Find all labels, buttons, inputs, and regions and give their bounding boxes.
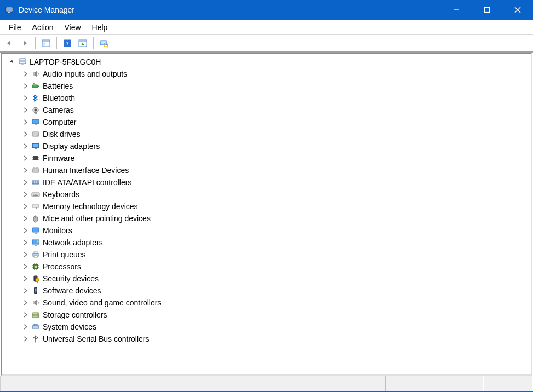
svg-rect-4 (485, 8, 490, 13)
tree-category-node[interactable]: Processors (19, 261, 531, 273)
bluetooth-icon (31, 93, 41, 103)
expander-icon[interactable] (8, 57, 16, 66)
tree-category-node[interactable]: System devices (19, 321, 531, 333)
expander-icon[interactable] (21, 286, 30, 295)
minimize-button[interactable] (441, 0, 472, 20)
expander-icon[interactable] (21, 166, 30, 175)
battery-icon (31, 81, 41, 91)
expander-icon[interactable] (21, 106, 30, 114)
category-label: Batteries (43, 82, 73, 90)
category-label: Monitors (43, 226, 72, 235)
expander-icon[interactable] (21, 118, 30, 126)
svg-line-16 (107, 47, 108, 48)
scan-hardware-button[interactable] (97, 36, 111, 50)
tree-category-node[interactable]: Memory technology devices (19, 200, 531, 212)
tree-category-node[interactable]: Print queues (19, 249, 531, 261)
keyboard-icon (31, 189, 41, 199)
expander-icon[interactable] (21, 178, 30, 187)
statusbar (0, 376, 533, 391)
camera-icon (31, 105, 41, 115)
svg-rect-9 (43, 43, 45, 46)
titlebar: Device Manager (0, 0, 533, 20)
expander-icon[interactable] (21, 214, 30, 223)
expander-icon[interactable] (21, 190, 30, 199)
tree-category-node[interactable]: Firmware (19, 152, 531, 164)
disk-icon (31, 129, 41, 139)
properties-button[interactable] (76, 36, 90, 50)
tree-category-node[interactable]: Human Interface Devices (19, 164, 531, 176)
category-label: IDE ATA/ATAPI controllers (43, 178, 131, 187)
tree-category-node[interactable]: Software devices (19, 285, 531, 297)
category-label: Display adapters (43, 142, 100, 151)
expander-icon[interactable] (21, 82, 30, 90)
tree-root-node[interactable]: LAPTOP-5F8LGC0H (5, 56, 531, 68)
tree-category-node[interactable]: Display adapters (19, 140, 531, 152)
forward-button[interactable] (18, 36, 32, 50)
expander-icon[interactable] (21, 335, 30, 343)
menu-help[interactable]: Help (87, 21, 113, 33)
menu-file[interactable]: File (3, 21, 27, 33)
expander-icon[interactable] (21, 238, 30, 247)
maximize-button[interactable] (472, 0, 502, 20)
expander-icon[interactable] (21, 142, 30, 151)
app-icon (4, 5, 14, 15)
tree-category-node[interactable]: Universal Serial Bus controllers (19, 333, 531, 345)
menubar: File Action View Help (0, 20, 533, 35)
usb-icon (31, 334, 41, 344)
tree-category-node[interactable]: IDE ATA/ATAPI controllers (19, 176, 531, 188)
tree-category-node[interactable]: Network adapters (19, 237, 531, 249)
tree-category-node[interactable]: Disk drives (19, 128, 531, 140)
category-label: Storage controllers (43, 310, 107, 319)
svg-rect-18 (20, 60, 25, 62)
expander-icon[interactable] (21, 310, 30, 319)
tree-category-node[interactable]: Batteries (19, 80, 531, 92)
expander-icon[interactable] (21, 70, 30, 78)
security-icon (31, 274, 41, 284)
expander-icon[interactable] (21, 262, 30, 271)
menu-action[interactable]: Action (27, 21, 59, 33)
category-label: Keyboards (43, 190, 79, 199)
system-icon (31, 322, 41, 332)
tree-category-node[interactable]: Computer (19, 116, 531, 128)
category-label: Sound, video and game controllers (43, 298, 161, 307)
expander-icon[interactable] (21, 226, 30, 235)
category-label: Processors (43, 262, 81, 271)
tree-category-node[interactable]: Bluetooth (19, 92, 531, 104)
tree-category-node[interactable]: Security devices (19, 273, 531, 285)
speaker-icon (31, 298, 41, 308)
network-icon (31, 238, 41, 247)
expander-icon[interactable] (21, 298, 30, 307)
speaker-icon (31, 69, 41, 79)
category-label: Print queues (43, 250, 86, 259)
menu-view[interactable]: View (59, 21, 86, 33)
tree-category-node[interactable]: Monitors (19, 224, 531, 237)
show-hide-console-tree-button[interactable] (39, 36, 53, 50)
tree-category-node[interactable]: Mice and other pointing devices (19, 212, 531, 224)
svg-rect-2 (8, 12, 10, 13)
expander-icon[interactable] (21, 94, 30, 102)
tree-category-node[interactable]: Cameras (19, 104, 531, 116)
category-label: Firmware (43, 154, 74, 163)
expander-icon[interactable] (21, 322, 30, 331)
expander-icon[interactable] (21, 130, 30, 139)
category-label: Human Interface Devices (43, 166, 129, 175)
svg-rect-19 (21, 64, 24, 65)
software-icon (31, 286, 41, 296)
back-button[interactable] (2, 36, 16, 50)
tree-category-node[interactable]: Sound, video and game controllers (19, 297, 531, 309)
tree-category-node[interactable]: Keyboards (19, 188, 531, 200)
help-button[interactable]: ? (60, 36, 74, 50)
close-button[interactable] (502, 0, 533, 20)
expander-icon[interactable] (21, 250, 30, 259)
expander-icon[interactable] (21, 274, 30, 283)
category-label: Mice and other pointing devices (43, 214, 151, 223)
root-node-label: LAPTOP-5F8LGC0H (30, 57, 101, 66)
device-tree[interactable]: LAPTOP-5F8LGC0H Audio inputs and outputs… (1, 53, 532, 376)
tree-category-node[interactable]: Audio inputs and outputs (19, 68, 531, 80)
category-label: Universal Serial Bus controllers (43, 335, 150, 343)
tree-category-node[interactable]: Storage controllers (19, 309, 531, 321)
expander-icon[interactable] (21, 202, 30, 211)
category-label: Security devices (43, 274, 99, 283)
monitor-icon (31, 226, 41, 235)
expander-icon[interactable] (21, 154, 30, 163)
